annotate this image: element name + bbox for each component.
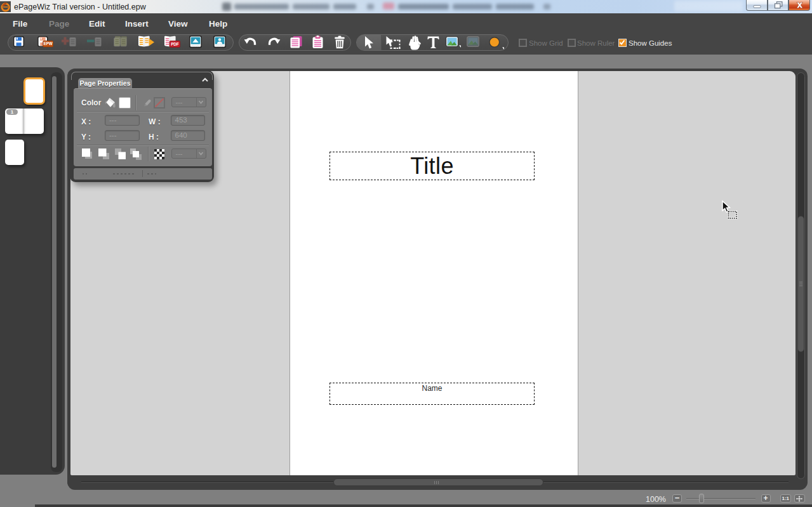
svg-text:EPW: EPW	[44, 41, 53, 46]
svg-text:PDF: PDF	[171, 42, 179, 46]
